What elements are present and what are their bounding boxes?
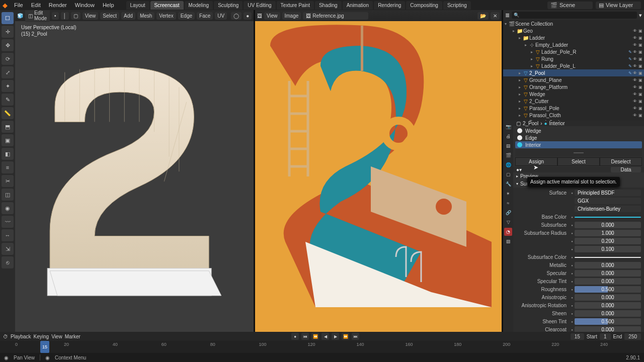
ptab-material[interactable]: ◔: [504, 228, 512, 236]
tl-menu-marker[interactable]: Marker: [65, 334, 80, 339]
outliner-filter-icon[interactable]: ▾: [639, 12, 642, 19]
tool-select-box[interactable]: ☐: [2, 12, 14, 24]
tool-smooth[interactable]: 〰: [2, 216, 14, 228]
editor-type-3d-icon[interactable]: 🧊: [17, 13, 23, 19]
viewlayer-selector[interactable]: ▤ View Layer: [596, 2, 641, 9]
material-property-row[interactable]: ●0.100: [516, 245, 641, 253]
outliner-item[interactable]: ▸▽2_Pool✎👁▣: [503, 69, 644, 76]
outliner-search[interactable]: 🔍: [512, 12, 637, 19]
material-property-row[interactable]: Subsurface Radius●1.000: [516, 229, 641, 237]
vp-menu-face[interactable]: Face: [197, 12, 213, 20]
sss-method-row[interactable]: Christensen-Burley: [516, 205, 641, 213]
tool-scale[interactable]: ⤢: [2, 66, 14, 78]
selmode-face[interactable]: ▢: [71, 12, 80, 20]
end-frame-field[interactable]: 250: [624, 333, 641, 340]
outliner-item[interactable]: ▸▽2_Cutter👁▣: [503, 98, 644, 105]
jump-start-icon[interactable]: ⏮: [301, 333, 309, 340]
outliner[interactable]: ▾🎬 Scene Collection ▸📁Geo👁▣▸📁Ladder👁▣▸⊹E…: [503, 20, 644, 121]
material-property-row[interactable]: Metallic●0.000: [516, 261, 641, 269]
keyprev-icon[interactable]: ⏪: [311, 333, 319, 340]
outliner-item[interactable]: ▸▽Orange_Platform👁▣: [503, 83, 644, 90]
vp-menu-add[interactable]: Add: [121, 12, 135, 20]
scene-selector[interactable]: 🎬 Scene: [547, 2, 593, 9]
outliner-item[interactable]: ▸▽Ground_Plane👁▣: [503, 76, 644, 83]
ptab-texture[interactable]: ▨: [504, 237, 512, 245]
outliner-item[interactable]: ▸▽Ladder_Pole_R✎👁▣: [503, 48, 644, 55]
menu-help[interactable]: Help: [99, 2, 118, 8]
material-property-row[interactable]: Specular●0.000: [516, 269, 641, 277]
outliner-item[interactable]: ▸📁Ladder👁▣: [503, 34, 644, 41]
timeline-type-icon[interactable]: ⏱: [3, 334, 8, 339]
distribution-row[interactable]: GGX: [516, 197, 641, 205]
select-button[interactable]: Select: [557, 157, 600, 166]
material-property-row[interactable]: Clearcoat●0.000: [516, 326, 641, 332]
ptab-scene[interactable]: 🎬: [504, 151, 512, 159]
tool-shrink[interactable]: ⇲: [2, 243, 14, 255]
sss-method-value[interactable]: Christensen-Burley: [575, 206, 641, 212]
material-property-row[interactable]: Specular Tint●0.000: [516, 278, 641, 285]
ptab-mesh[interactable]: ▽: [504, 218, 512, 226]
tab-uv[interactable]: UV Editing: [244, 1, 275, 10]
tool-edgeslide[interactable]: ↔: [2, 229, 14, 241]
material-property-row[interactable]: Base Color●: [516, 213, 641, 221]
start-frame-field[interactable]: 1: [600, 333, 611, 340]
material-property-row[interactable]: Sheen●0.000: [516, 310, 641, 317]
jump-end-icon[interactable]: ⏭: [352, 333, 359, 340]
tab-sculpting[interactable]: Sculpting: [214, 1, 243, 10]
tool-inset[interactable]: ▣: [2, 134, 14, 146]
vp-menu-vertex[interactable]: Vertex: [156, 12, 176, 20]
editor-type-image-icon[interactable]: 🖼: [257, 13, 262, 19]
tool-polybuild[interactable]: ◫: [2, 189, 14, 201]
tl-menu-playback[interactable]: Playback: [11, 334, 31, 339]
ptab-object[interactable]: ▢: [504, 170, 512, 178]
img-menu-view[interactable]: View: [264, 12, 280, 20]
tab-scripting[interactable]: Scripting: [443, 1, 471, 10]
tab-animation[interactable]: Animation: [343, 1, 373, 10]
surface-node-value[interactable]: Principled BSDF: [575, 190, 641, 196]
outliner-search-input[interactable]: [519, 13, 635, 18]
img-open-icon[interactable]: 📂: [477, 12, 489, 20]
outliner-item[interactable]: ▸📁Geo👁▣: [503, 27, 644, 34]
outliner-item[interactable]: ▸▽Wedge👁▣: [503, 90, 644, 98]
material-property-row[interactable]: Roughness●0.500: [516, 286, 641, 293]
tool-move[interactable]: ✥: [2, 39, 14, 51]
autokey-icon[interactable]: ●: [291, 333, 299, 340]
keynext-icon[interactable]: ⏩: [342, 333, 349, 340]
material-property-row[interactable]: Subsurface Color●: [516, 253, 641, 261]
tool-rotate[interactable]: ⟳: [2, 53, 14, 65]
outliner-item[interactable]: ▸▽Parasol_Cloth👁▣: [503, 112, 644, 119]
image-datablock[interactable]: 🖼 Reference.jpg: [303, 12, 368, 20]
selmode-edge[interactable]: │: [61, 12, 69, 20]
menu-edit[interactable]: Edit: [27, 2, 45, 8]
tool-transform[interactable]: ✦: [2, 80, 14, 92]
material-slot[interactable]: Edge: [515, 134, 642, 141]
material-slot[interactable]: Wedge: [515, 127, 642, 134]
tab-layout[interactable]: Layout: [126, 1, 149, 10]
vp-menu-edge[interactable]: Edge: [178, 12, 195, 20]
img-close-icon[interactable]: ✕: [491, 12, 500, 20]
outliner-item[interactable]: ▸⊹Empty_Ladder👁▣: [503, 41, 644, 48]
material-property-row[interactable]: Anisotropic Rotation●0.000: [516, 302, 641, 309]
timeline-ruler[interactable]: 020406080100120140160180200220240 15: [0, 341, 644, 353]
outliner-item[interactable]: ▸▽Parasol_Pole👁▣: [503, 105, 644, 112]
tab-modeling[interactable]: Modeling: [185, 1, 213, 10]
tool-knife[interactable]: ✂: [2, 175, 14, 187]
tl-menu-keying[interactable]: Keying: [34, 334, 49, 339]
menu-render[interactable]: Render: [45, 2, 71, 8]
vp-menu-select[interactable]: Select: [100, 12, 119, 20]
ptab-constraint[interactable]: 🔗: [504, 209, 512, 217]
ptab-modifiers[interactable]: 🔧: [504, 180, 512, 188]
img-menu-image[interactable]: Image: [282, 12, 301, 20]
outliner-type-icon[interactable]: ≣: [505, 12, 510, 19]
tool-spin[interactable]: ◉: [2, 202, 14, 214]
material-slot-list[interactable]: WedgeEdgeInterior Assign Select Deselect: [513, 126, 644, 167]
tool-bevel[interactable]: ◧: [2, 148, 14, 160]
tool-rip[interactable]: ⎋: [2, 256, 14, 268]
play-rev-icon[interactable]: ◀: [321, 333, 329, 340]
tab-compositing[interactable]: Compositing: [406, 1, 442, 10]
outliner-item[interactable]: ▸▽Rung✎👁▣: [503, 55, 644, 62]
breadcrumb-mat[interactable]: Interior: [549, 121, 565, 126]
selmode-vertex[interactable]: •: [52, 12, 59, 20]
menu-file[interactable]: File: [10, 2, 27, 8]
surface-node-row[interactable]: Surface● Principled BSDF: [516, 189, 641, 197]
